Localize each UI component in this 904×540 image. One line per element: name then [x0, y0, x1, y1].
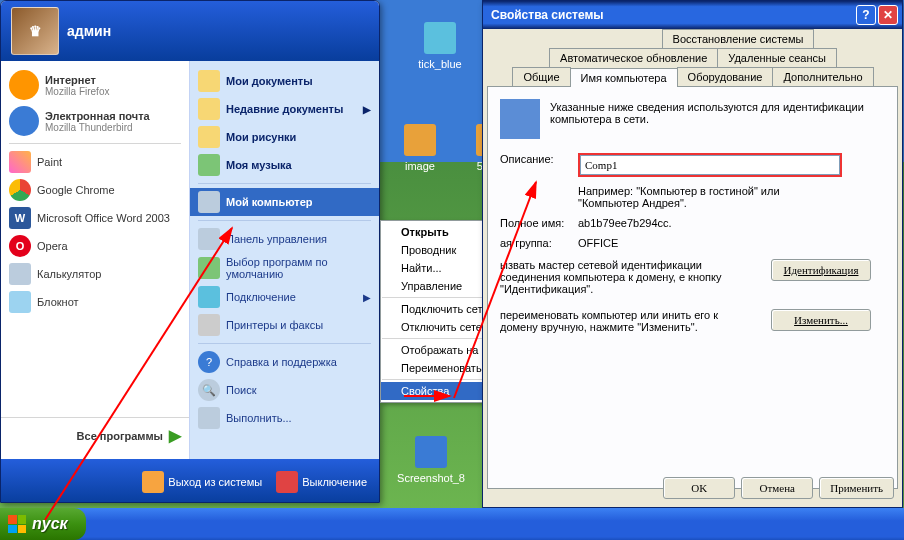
taskbar: пуск [0, 508, 904, 540]
desktop-icon[interactable]: tick_blue [404, 22, 476, 70]
sm-default-programs[interactable]: Выбор программ по умолчанию [190, 253, 379, 283]
cancel-button[interactable]: Отмена [741, 477, 813, 499]
start-menu-left: ИнтернетMozilla Firefox Электронная почт… [1, 61, 190, 459]
username-label: админ [67, 23, 111, 39]
fullname-label: Полное имя: [500, 217, 578, 229]
tab-panel: Указанные ниже сведения используются для… [487, 86, 898, 489]
sm-word[interactable]: WMicrosoft Office Word 2003 [1, 204, 189, 232]
example-text: Например: "Компьютер в гостиной" или "Ко… [578, 185, 838, 209]
ok-button[interactable]: OK [663, 477, 735, 499]
sm-email[interactable]: Электронная почтаMozilla Thunderbird [1, 103, 189, 139]
apply-button[interactable]: Применить [819, 477, 894, 499]
ident-text: ызвать мастер сетевой идентификации соед… [500, 259, 750, 295]
sm-paint[interactable]: Paint [1, 148, 189, 176]
sm-recent-docs[interactable]: Недавние документы▶ [190, 95, 379, 123]
description-label: Описание: [500, 153, 578, 165]
system-properties-dialog: Свойства системы ? ✕ Восстановление сист… [482, 0, 903, 508]
workgroup-label: ая группа: [500, 237, 578, 249]
sm-my-documents[interactable]: Мои документы [190, 67, 379, 95]
change-text: переименовать компьютер или инить его к … [500, 309, 750, 333]
sm-internet[interactable]: ИнтернетMozilla Firefox [1, 67, 189, 103]
logoff-button[interactable]: Выход из системы [142, 471, 262, 493]
all-programs[interactable]: Все программы▶ [1, 417, 189, 453]
dialog-title: Свойства системы [491, 8, 604, 22]
sm-my-music[interactable]: Моя музыка [190, 151, 379, 179]
tab-auto-updates[interactable]: Автоматическое обновление [549, 48, 718, 67]
workgroup-value: OFFICE [578, 237, 618, 249]
desktop-icon[interactable]: Screenshot_8 [395, 436, 467, 484]
sm-connect-to[interactable]: Подключение▶ [190, 283, 379, 311]
description-input[interactable] [580, 155, 840, 175]
tab-advanced[interactable]: Дополнительно [772, 67, 873, 86]
sm-printers[interactable]: Принтеры и факсы [190, 311, 379, 339]
sm-control-panel[interactable]: Панель управления [190, 225, 379, 253]
tab-general[interactable]: Общие [512, 67, 570, 86]
sm-search[interactable]: 🔍Поиск [190, 376, 379, 404]
close-button[interactable]: ✕ [878, 5, 898, 25]
tab-remote[interactable]: Удаленные сеансы [717, 48, 837, 67]
user-avatar: ♛ [11, 7, 59, 55]
computer-icon [500, 99, 540, 139]
desktop-icon[interactable]: image [384, 124, 456, 172]
dialog-titlebar: Свойства системы ? ✕ [483, 1, 902, 29]
sm-opera[interactable]: OOpera [1, 232, 189, 260]
sm-my-computer[interactable]: Мой компьютер [190, 188, 379, 216]
start-menu-header: ♛ админ [1, 1, 379, 61]
sm-calc[interactable]: Калькулятор [1, 260, 189, 288]
description-input-highlight [578, 153, 842, 177]
change-button[interactable]: Изменить... [771, 309, 871, 331]
identification-button[interactable]: Идентификация [771, 259, 871, 281]
sm-run[interactable]: Выполнить... [190, 404, 379, 432]
intro-text: Указанные ниже сведения используются для… [550, 99, 885, 125]
tab-system-restore[interactable]: Восстановление системы [662, 29, 815, 48]
sm-notepad[interactable]: Блокнот [1, 288, 189, 316]
tab-hardware[interactable]: Оборудование [677, 67, 774, 86]
start-menu-footer: Выход из системы Выключение [1, 459, 379, 503]
start-menu-right: Мои документы Недавние документы▶ Мои ри… [190, 61, 379, 459]
tab-strip: Восстановление системы Автоматическое об… [487, 29, 898, 86]
windows-logo-icon [8, 515, 26, 533]
sm-help[interactable]: ?Справка и поддержка [190, 348, 379, 376]
sm-my-pictures[interactable]: Мои рисунки [190, 123, 379, 151]
start-button[interactable]: пуск [0, 508, 86, 540]
sm-chrome[interactable]: Google Chrome [1, 176, 189, 204]
shutdown-button[interactable]: Выключение [276, 471, 367, 493]
tab-computer-name[interactable]: Имя компьютера [570, 68, 678, 87]
fullname-value: ab1b79ee7b294cc. [578, 217, 672, 229]
start-menu: ♛ админ ИнтернетMozilla Firefox Электрон… [0, 0, 380, 503]
help-button[interactable]: ? [856, 5, 876, 25]
